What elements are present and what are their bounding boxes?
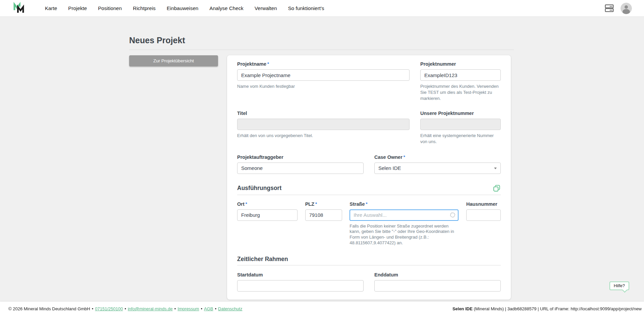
footer-link-impressum[interactable]: Impressum [177,306,199,311]
nav-right-actions [605,3,632,14]
required-marker: * [315,201,317,206]
strasse-label: Straße* [350,201,459,207]
server-icon[interactable] [605,4,614,13]
left-column: Zur Projektübersicht [129,55,218,66]
titel-label: Titel [237,110,410,117]
section-zeitlicher-rahmen: Zeitlicher Rahmen [237,256,501,265]
required-marker: * [404,154,405,160]
field-strasse: Straße* [350,201,459,221]
enddatum-label: Enddatum [374,272,501,278]
unsere-projektnummer-label: Unsere Projektnummer [420,110,501,117]
ort-label-text: Ort [237,201,245,207]
projektnummer-label: Projektnummer [420,61,501,67]
footer: © 2026 Mineral Minds Deutschland GmbH • … [0,302,644,316]
projektauftraggeber-input[interactable] [237,163,364,174]
footer-user: Selen IDE [452,306,473,311]
nav-item-so-funktionierts[interactable]: So funktioniert's [288,5,324,11]
avatar-icon [621,3,632,14]
footer-link-phone[interactable]: 07151/250100 [95,306,123,311]
plz-label: PLZ* [305,201,342,207]
case-owner-select[interactable]: Selen IDE [374,163,501,174]
section-ausfuehrungsort: Ausführungsort [237,184,501,195]
footer-session-info: Selen IDE (Mineral Minds) | 3adb68288579… [452,306,642,311]
strasse-label-text: Straße [350,201,365,207]
footer-separator: • [215,306,217,311]
strasse-input[interactable] [350,209,459,221]
field-projektnummer: Projektnummer Projektnummer des Kunden. … [420,61,501,102]
projektnummer-input[interactable] [420,69,501,81]
project-overview-button[interactable]: Zur Projektübersicht [129,55,218,66]
nav-item-einbauweisen[interactable]: Einbauweisen [167,5,199,11]
enddatum-input[interactable] [374,280,501,292]
footer-link-email[interactable]: info@mineral-minds.de [128,306,173,311]
ort-label: Ort* [237,201,298,207]
startdatum-label: Startdatum [237,272,364,278]
footer-left: © 2026 Mineral Minds Deutschland GmbH • … [8,306,243,311]
nav-item-analyse-check[interactable]: Analyse Check [210,5,244,11]
plz-input[interactable] [305,209,342,221]
projektname-helper: Name vom Kunden festlegbar [237,83,410,89]
server-icon-glyph [605,4,614,13]
projektname-label-text: Projektname [237,61,266,67]
footer-copyright: © 2026 Mineral Minds Deutschland GmbH [8,306,90,311]
mineral-minds-logo[interactable] [12,2,25,15]
required-marker: * [366,201,367,206]
footer-separator: • [92,306,94,311]
nav-item-projekte[interactable]: Projekte [68,5,87,11]
new-project-form-card: Projektname* Name vom Kunden festlegbar … [227,55,511,300]
loading-spinner-icon [450,212,455,217]
unsere-projektnummer-helper: Erhält eine systemgenerierte Nummer von … [420,133,501,145]
main-content: Neues Projekt Zur Projektübersicht Proje… [129,17,514,316]
field-projektname: Projektname* Name vom Kunden festlegbar [237,61,410,102]
nav-item-positionen[interactable]: Positionen [98,5,122,11]
top-navigation: Karte Projekte Positionen Richtpreis Ein… [0,0,644,17]
strasse-helper-suffix: an. [395,240,403,245]
hausnummer-input[interactable] [466,209,501,221]
unsere-projektnummer-input [420,119,501,130]
footer-session-details: (Mineral Minds) | 3adb68288579 | URL of … [473,306,642,311]
footer-separator: • [201,306,203,311]
projektname-input[interactable] [237,69,410,81]
zeitlicher-rahmen-title: Zeitlicher Rahmen [237,256,288,263]
titel-input [237,119,410,130]
footer-separator: • [124,306,126,311]
footer-separator: • [174,306,176,311]
projektauftraggeber-label: Projektauftraggeber [237,154,364,161]
page-title: Neues Projekt [129,35,514,45]
field-plz: PLZ* [305,201,342,221]
titel-helper: Erhält den von uns vorgegebenen Titel. [237,133,410,139]
footer-link-datenschutz[interactable]: Datenschutz [218,306,242,311]
copy-location-button[interactable] [493,184,501,192]
nav-item-karte[interactable]: Karte [45,5,57,11]
required-marker: * [267,61,269,66]
ort-input[interactable] [237,209,298,221]
logo-icon [12,2,25,15]
user-avatar[interactable] [621,3,632,14]
case-owner-label: Case Owner* [374,154,501,161]
required-marker: * [246,201,247,206]
field-enddatum: Enddatum [374,272,501,292]
field-startdatum: Startdatum [237,272,364,292]
field-unsere-projektnummer: Unsere Projektnummer Erhält eine systemg… [420,110,501,145]
hausnummer-label: Hausnummer [466,201,501,207]
strasse-helper-main: Falls die Position keiner Straße zugeord… [350,224,454,240]
case-owner-label-text: Case Owner [374,154,402,160]
help-button[interactable]: Hilfe? [609,281,629,290]
strasse-helper: Falls die Position keiner Straße zugeord… [350,224,459,246]
footer-link-agb[interactable]: AGB [204,306,213,311]
field-case-owner: Case Owner* Selen IDE [374,154,501,174]
projektnummer-helper: Projektnummer des Kunden. Verwenden Sie … [420,83,501,102]
startdatum-input[interactable] [237,280,364,292]
chevron-down-icon [494,168,497,169]
nav-item-richtpreis[interactable]: Richtpreis [133,5,156,11]
case-owner-selected-value: Selen IDE [378,165,401,171]
title-divider [129,50,514,50]
nav-item-verwalten[interactable]: Verwalten [255,5,277,11]
field-projektauftraggeber: Projektauftraggeber [237,154,364,174]
field-titel: Titel Erhält den von uns vorgegebenen Ti… [237,110,410,145]
projektname-label: Projektname* [237,61,410,67]
plz-label-text: PLZ [305,201,314,207]
main-menu: Karte Projekte Positionen Richtpreis Ein… [45,5,324,11]
ausfuehrungsort-title: Ausführungsort [237,185,281,192]
field-hausnummer: Hausnummer [466,201,501,221]
